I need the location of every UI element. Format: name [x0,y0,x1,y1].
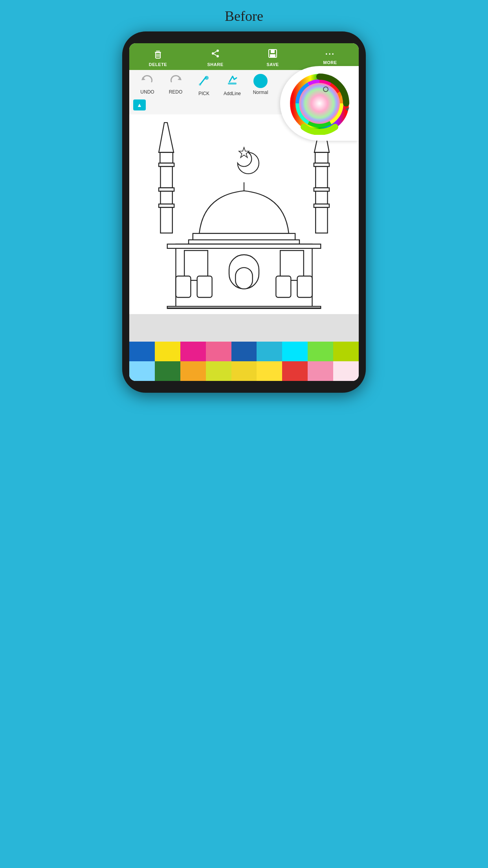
undo-tool[interactable]: UNDO [133,74,161,95]
color-cell[interactable] [180,361,206,381]
color-cell[interactable] [282,361,308,381]
svg-rect-50 [167,244,321,248]
svg-rect-55 [276,276,291,297]
svg-rect-52 [176,276,191,297]
svg-rect-33 [160,208,172,233]
color-cell[interactable] [129,361,155,381]
svg-point-18 [199,83,201,86]
color-cell[interactable] [257,361,282,381]
color-cell[interactable] [231,361,257,381]
save-button[interactable]: SAVE [259,48,286,67]
redo-icon [169,74,182,88]
svg-rect-56 [297,276,312,297]
svg-rect-45 [189,240,299,244]
color-wheel[interactable] [280,66,359,141]
svg-rect-39 [316,191,327,204]
svg-rect-35 [315,153,328,163]
color-cell[interactable] [333,361,359,381]
redo-tool[interactable]: REDO [161,74,190,95]
gray-strip [129,314,359,342]
before-label: Before [225,8,263,24]
svg-rect-38 [314,188,329,191]
svg-point-8 [216,55,219,57]
color-cell[interactable] [155,361,180,381]
svg-rect-54 [235,268,252,289]
svg-rect-40 [314,204,329,208]
color-cell[interactable] [206,342,231,361]
color-cell[interactable] [206,361,231,381]
phone-screen: DELETE SHARE [129,43,359,381]
phone-outer: DELETE SHARE [122,31,366,393]
share-label: SHARE [207,62,223,67]
addline-label: AddLine [224,91,241,96]
pick-label: PICK [198,91,209,96]
svg-rect-32 [159,204,174,208]
color-wheel-svg [288,72,351,135]
svg-line-9 [214,51,216,53]
save-label: SAVE [266,62,279,67]
svg-point-6 [216,50,219,52]
svg-point-22 [299,83,340,124]
color-cell[interactable] [231,342,257,361]
delete-button[interactable]: DELETE [144,48,172,67]
svg-point-7 [212,52,214,55]
more-label: MORE [323,60,337,65]
normal-tool[interactable]: Normal [246,74,275,95]
svg-marker-26 [159,123,174,153]
svg-marker-43 [239,147,249,158]
svg-point-17 [205,76,209,80]
color-palette [129,342,359,381]
svg-line-10 [214,54,216,56]
pick-icon [197,74,211,89]
undo-icon [141,74,154,88]
svg-rect-12 [271,50,275,53]
delete-label: DELETE [149,62,167,67]
color-cell[interactable] [180,342,206,361]
svg-rect-19 [228,83,237,85]
color-cell[interactable] [257,342,282,361]
mosque-drawing [133,118,355,310]
color-cell[interactable] [155,342,180,361]
addline-tool[interactable]: AddLine [218,74,246,96]
pick-tool[interactable]: PICK [190,74,218,96]
svg-rect-29 [160,167,172,188]
share-button[interactable]: SHARE [202,48,229,67]
addline-icon [226,74,239,89]
svg-rect-37 [316,167,327,188]
svg-rect-36 [314,163,329,167]
color-cell[interactable] [129,342,155,361]
color-cell[interactable] [308,342,333,361]
collapse-button[interactable]: ▲ [133,99,146,110]
canvas-area[interactable] [129,114,359,314]
svg-rect-0 [156,51,160,51]
svg-rect-41 [316,208,327,233]
normal-circle [253,74,268,88]
svg-rect-13 [270,54,275,57]
more-button[interactable]: ··· MORE [316,50,344,65]
delete-icon [152,48,163,61]
color-cell[interactable] [282,342,308,361]
share-icon [210,48,221,61]
svg-rect-30 [159,188,174,191]
tools-area: UNDO REDO [129,70,359,114]
svg-rect-31 [160,191,172,204]
redo-label: REDO [169,89,183,95]
color-cell[interactable] [333,342,359,361]
svg-rect-27 [160,153,173,163]
svg-rect-28 [159,163,174,167]
svg-rect-53 [197,276,212,297]
color-cell[interactable] [308,361,333,381]
undo-label: UNDO [140,89,154,95]
more-icon: ··· [325,50,335,59]
save-icon [267,48,278,61]
normal-label: Normal [253,90,268,95]
